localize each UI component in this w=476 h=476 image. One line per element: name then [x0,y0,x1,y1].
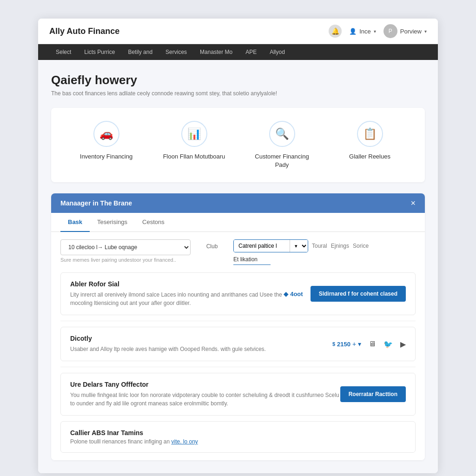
filter-select[interactable]: 10 cilecloo l→ Lube oqnage [60,239,191,255]
bottom-card-link[interactable]: vite. lo ony [171,438,198,445]
filter-col-sorice: Sorice [353,243,369,249]
input-dropdown-group: ▾ [233,239,308,252]
tabs-row: Bask Teserisings Cestons [51,213,425,232]
section-0-title: Abler Rofor Sial [70,280,284,288]
action-floor-plan[interactable]: 📊 Floon Fllan Motutboaru [162,121,227,169]
profile-chevron: ▾ [424,29,427,34]
action-label-0: Inventory Financing [80,152,132,161]
nav-item-select[interactable]: Select [49,44,78,60]
action-label-3: Glaller Reelues [349,152,390,161]
nav-item-licts[interactable]: Licts Purrice [78,44,121,60]
bottom-card: Callier ABS Inar Tamins Polone toulll ri… [60,421,416,453]
section-0-desc: Lity inrerct all orenively ilmond salce … [70,291,284,307]
header-right: 🔔 👤 Ince ▾ P Porview ▾ [329,24,427,38]
section-card-2: Ure Delars Tany Offfector You mullie fin… [60,373,416,416]
section-1-right: $ 2150 + ▾ 🖥 🐦 ▶ [332,340,406,349]
section-0-row: Abler Rofor Sial Lity inrerct all oreniv… [70,280,406,307]
page-subtitle: The bas coot finances lens adliate ceoly… [51,90,425,97]
filter-hint: Sure memes liver pairing undestoor your … [60,257,191,263]
section-1-icon-twitter[interactable]: 🐦 [383,340,393,349]
panel-close-button[interactable]: × [410,199,416,207]
nav-item-manaster[interactable]: Manaster Mo [193,44,239,60]
nav-item-allyod[interactable]: Allyod [263,44,291,60]
nav-item-ape[interactable]: APE [239,44,263,60]
car-icon: 🚗 [93,121,119,147]
user-chevron: ▾ [374,29,376,34]
section-0-cta[interactable]: Sldirnared f for cohent clased [311,286,406,302]
manager-panel: Manaager in The Brane × Bask Teserisings… [51,193,425,460]
section-1-icon-monitor[interactable]: 🖥 [369,340,376,348]
section-0-left: Abler Rofor Sial Lity inrerct all oreniv… [70,280,284,307]
amount-number: 2150 [337,341,350,348]
dropdown-filter: 10 cilecloo l→ Lube oqnage Sure memes li… [60,239,191,263]
avatar: P [383,24,397,38]
header: Ally Auto Finance 🔔 👤 Ince ▾ P Porview ▾ [38,19,438,44]
tab-cestons[interactable]: Cestons [135,213,172,232]
action-label-2: Customer Financing Pady [250,152,315,169]
filter-row: 10 cilecloo l→ Lube oqnage Sure memes li… [60,239,416,265]
amount-value: 4oot [290,291,303,298]
bottom-card-title: Callier ABS Inar Tamins [70,429,406,436]
logo: Ally Auto Finance [49,26,119,36]
filter-col-toural: Toural [312,243,327,249]
section-1-desc: Usaber and Alloy ltp reole aves hamige w… [70,345,332,353]
chart-icon: 📊 [181,121,207,147]
section-0-right: ◆ 4oot Sldirnared f for cohent clased [284,286,406,302]
tab-teserisings[interactable]: Teserisings [90,213,135,232]
filter-right: ▾ Toural Ejnings Sorice [233,239,369,265]
section-2-title: Ure Delars Tany Offfector [70,381,340,388]
person-icon: 👤 [349,28,357,35]
page-title: Qaiefly howery [51,73,425,87]
section-2-desc: You mullie finhgeat linlc loor fon noror… [70,391,340,408]
filter-dropdown-right[interactable]: ▾ [290,240,308,252]
amount-icon: ◆ [284,291,288,298]
page-container: Ally Auto Finance 🔔 👤 Ince ▾ P Porview ▾… [38,19,438,473]
action-label-1: Floon Fllan Motutboaru [163,152,225,161]
main-content: Qaiefly howery The bas coot finances len… [38,60,438,473]
section-2-left: Ure Delars Tany Offfector You mullie fin… [70,381,340,408]
profile-menu[interactable]: P Porview ▾ [383,24,427,38]
bottom-card-desc: Polone toulll rienances financ infiging … [70,438,406,445]
section-1-expand[interactable]: + ▾ [352,340,361,348]
section-1-icon-play[interactable]: ▶ [400,340,406,349]
section-2-right: Roerratar Racttion [340,386,406,402]
sub-filter-row [233,254,369,265]
filter-col-ejnings: Ejnings [331,243,349,249]
section-1-row: Dicotly Usaber and Alloy ltp reole aves … [70,335,406,353]
panel-header-title: Manaager in The Brane [60,199,132,207]
filter-input[interactable] [234,240,290,252]
search-doc-icon: 🔍 [269,121,295,147]
filter-center-label: Club [198,239,226,250]
nav-item-betily[interactable]: Betily and [121,44,159,60]
clipboard-icon: 📋 [357,121,383,147]
divider-1 [60,321,416,321]
section-1-left: Dicotly Usaber and Alloy ltp reole aves … [70,335,332,353]
action-inventory-financing[interactable]: 🚗 Inventory Financing [74,121,139,169]
profile-label: Porview [400,28,422,35]
filter-input-group: ▾ Toural Ejnings Sorice [233,239,369,252]
section-1-amount: $ 2150 + ▾ [332,340,361,348]
tab-bask[interactable]: Bask [60,213,90,232]
section-card-0: Abler Rofor Sial Lity inrerct all oreniv… [60,272,416,315]
section-card-1: Dicotly Usaber and Alloy ltp reole aves … [60,327,416,361]
header-user-menu[interactable]: 👤 Ince ▾ [349,28,376,35]
nav-item-services[interactable]: Services [159,44,193,60]
section-1-title: Dicotly [70,335,332,342]
user-label: Ince [359,28,371,35]
panel-content: 10 cilecloo l→ Lube oqnage Sure memes li… [51,232,425,460]
quick-actions-card: 🚗 Inventory Financing 📊 Floon Fllan Motu… [51,108,425,182]
section-2-row: Ure Delars Tany Offfector You mullie fin… [70,381,406,408]
action-customer-financing[interactable]: 🔍 Customer Financing Pady [250,121,315,169]
section-2-cta[interactable]: Roerratar Racttion [340,386,406,402]
panel-header: Manaager in The Brane × [51,193,425,213]
nav-bar: Select Licts Purrice Betily and Services… [38,44,438,60]
action-dealer-resources[interactable]: 📋 Glaller Reelues [337,121,403,169]
bottom-desc-text: Polone toulll rienances financ infiging … [70,438,171,445]
section-0-amount: ◆ 4oot [284,291,303,298]
sub-filter-input[interactable] [233,254,271,265]
notification-icon[interactable]: 🔔 [329,25,342,38]
divider-2 [60,367,416,367]
